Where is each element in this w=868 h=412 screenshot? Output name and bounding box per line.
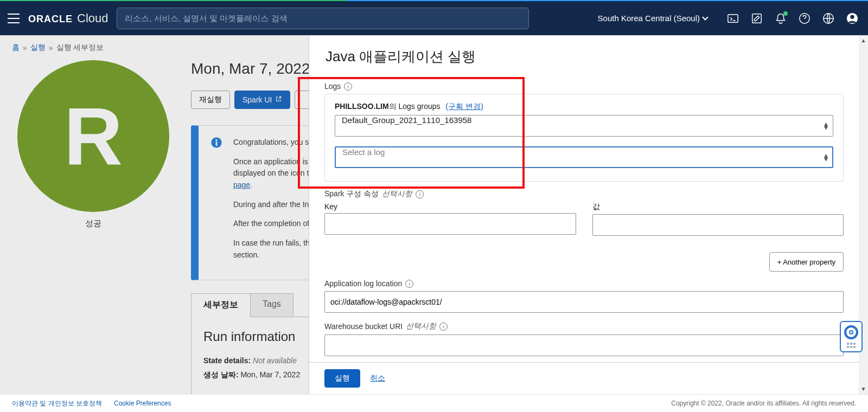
- chevron-down-icon: [702, 14, 708, 20]
- spark-key-input[interactable]: [324, 213, 576, 235]
- edit-icon[interactable]: [751, 12, 763, 24]
- region-label: South Korea Central (Seoul): [598, 14, 700, 23]
- svg-point-5: [850, 15, 854, 18]
- profile-icon[interactable]: [846, 12, 858, 24]
- notification-dot: [783, 11, 788, 16]
- drawer-body: Logs i PHILLSOO.LIM의 Logs groups (구획 변경)…: [309, 70, 859, 362]
- log-group-owner: PHILLSOO.LIM: [335, 102, 389, 111]
- lifering-icon: [844, 325, 858, 339]
- drawer-title: Java 애플리케이션 실행: [309, 35, 859, 70]
- global-footer: 이용약관 및 개인정보 보호정책 Cookie Preferences Copy…: [0, 394, 868, 412]
- spark-conf-label: Spark 구성 속성 선택사항 i: [324, 189, 844, 199]
- app-log-label-text: Application log location: [324, 279, 402, 288]
- svg-rect-0: [728, 14, 738, 22]
- logs-fieldset: PHILLSOO.LIM의 Logs groups (구획 변경) Defaul…: [324, 94, 844, 182]
- notifications-icon[interactable]: [775, 12, 787, 24]
- log-select-wrap: Select a log ▴▾: [335, 146, 833, 168]
- header-icon-group: [727, 12, 858, 24]
- log-select-placeholder: Select a log: [342, 147, 385, 157]
- app-log-location-label: Application log location i: [324, 279, 844, 288]
- brand-main: ORACLE: [28, 14, 73, 25]
- optional-text: 선택사항: [406, 321, 436, 331]
- search-input[interactable]: [117, 8, 529, 29]
- help-widget[interactable]: [840, 321, 863, 352]
- logs-label-text: Logs: [324, 82, 341, 91]
- region-selector[interactable]: South Korea Central (Seoul): [598, 14, 707, 23]
- global-search: [117, 8, 529, 29]
- cookie-prefs-link[interactable]: Cookie Preferences: [114, 400, 171, 407]
- terms-link[interactable]: 이용약관 및 개인정보 보호정책: [12, 399, 102, 408]
- warehouse-uri-label: Warehouse bucket URI 선택사항 i: [324, 321, 844, 331]
- log-group-select[interactable]: Default_Group_2021_1110_163958: [335, 115, 833, 137]
- info-i-icon[interactable]: i: [416, 190, 424, 198]
- svg-rect-1: [752, 14, 762, 23]
- globe-icon[interactable]: [822, 12, 834, 24]
- help-icon[interactable]: [799, 12, 810, 24]
- add-property-button[interactable]: + Another property: [769, 252, 844, 272]
- optional-text: 선택사항: [382, 189, 412, 199]
- spark-conf-row: Key 값: [324, 202, 844, 236]
- log-group-heading: PHILLSOO.LIM의 Logs groups (구획 변경): [335, 102, 833, 112]
- warehouse-label-text: Warehouse bucket URI: [324, 322, 403, 331]
- hamburger-icon[interactable]: [8, 14, 20, 23]
- copyright: Copyright © 2022, Oracle and/or its affi…: [671, 400, 856, 407]
- app-log-location-input[interactable]: [324, 291, 844, 313]
- spark-conf-text: Spark 구성 속성: [324, 189, 379, 199]
- warehouse-uri-input[interactable]: [324, 334, 844, 356]
- run-java-app-drawer: Java 애플리케이션 실행 Logs i PHILLSOO.LIM의 Logs…: [309, 35, 868, 394]
- scroll-up-icon: ▲: [861, 37, 866, 43]
- oracle-cloud-logo[interactable]: ORACLE Cloud: [28, 11, 108, 25]
- log-select[interactable]: Select a log: [335, 146, 833, 168]
- grip-icon: [847, 343, 856, 348]
- info-i-icon[interactable]: i: [405, 280, 413, 288]
- cancel-link[interactable]: 취소: [370, 374, 385, 383]
- log-group-select-wrap: Default_Group_2021_1110_163958 ▴▾: [335, 115, 833, 137]
- log-group-value: Default_Group_2021_1110_163958: [342, 115, 471, 125]
- global-header: ORACLE Cloud South Korea Central (Seoul): [0, 1, 868, 35]
- info-i-icon[interactable]: i: [344, 82, 352, 91]
- cloud-shell-icon[interactable]: [727, 12, 739, 24]
- info-i-icon[interactable]: i: [439, 323, 448, 331]
- key-label: Key: [324, 202, 576, 211]
- brand-sub: Cloud: [77, 11, 108, 25]
- change-compartment-link[interactable]: (구획 변경): [446, 102, 483, 112]
- drawer-footer: 실행 취소: [309, 362, 859, 394]
- spark-value-input[interactable]: [592, 214, 844, 236]
- logs-section-label: Logs i: [324, 82, 844, 91]
- scroll-down-icon: ▼: [861, 386, 866, 392]
- run-button[interactable]: 실행: [324, 369, 360, 388]
- log-group-tail: 의 Logs groups: [389, 102, 441, 111]
- value-label: 값: [592, 202, 844, 212]
